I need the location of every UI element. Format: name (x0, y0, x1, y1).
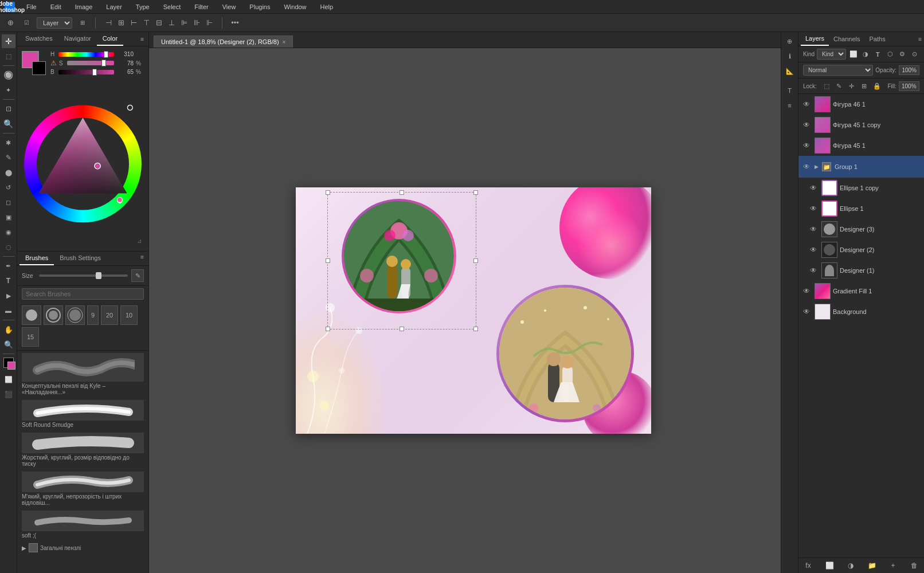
brush-group-row[interactable]: ▶ Загальні пензлі (22, 543, 144, 552)
background-color[interactable] (7, 362, 15, 370)
quick-mask-mode[interactable]: ⬜ (2, 372, 15, 386)
crop-tool[interactable]: ⊡ (2, 102, 15, 116)
handle-br[interactable] (473, 327, 478, 331)
create-layer-btn[interactable]: + (888, 560, 898, 571)
lock-artboard-btn[interactable]: ⊞ (859, 81, 870, 91)
dodge-tool[interactable]: ◌ (2, 240, 15, 254)
smart-filter-btn[interactable]: ⚙ (897, 49, 907, 60)
lock-position-btn[interactable]: ✛ (847, 81, 857, 91)
pixel-filter-btn[interactable]: ⬜ (848, 49, 858, 60)
panel-resize-handle[interactable]: ⊿ (137, 238, 142, 244)
handle-tc[interactable] (400, 190, 404, 195)
align-left-icon[interactable]: ⊣ (103, 17, 114, 29)
tab-close-button[interactable]: × (283, 39, 286, 45)
s-slider[interactable] (67, 61, 114, 65)
handle-ml[interactable] (326, 258, 330, 263)
brush-preset-size-15[interactable]: 15 (22, 327, 39, 347)
menu-edit[interactable]: Edit (48, 3, 64, 10)
marquee-tool[interactable]: ⬚ (2, 49, 15, 63)
type-tool[interactable]: T (2, 274, 15, 288)
add-adjustment-btn[interactable]: ◑ (845, 560, 856, 571)
opacity-input[interactable] (899, 65, 919, 75)
type-filter-btn[interactable]: T (873, 49, 883, 60)
note-tool[interactable]: T (783, 84, 797, 97)
add-style-btn[interactable]: fx (803, 560, 813, 571)
layer-designer-3[interactable]: 👁 Designer (3) (798, 219, 924, 240)
eyedropper-tool[interactable]: 🔍 (2, 117, 15, 131)
color-tab[interactable]: Color (97, 32, 123, 46)
menu-file[interactable]: File (24, 3, 39, 10)
group-arrow-1[interactable]: ▶ (815, 164, 819, 170)
brush-preset-size-20[interactable]: 20 (101, 305, 118, 325)
shape-tool[interactable]: ▬ (2, 304, 15, 317)
eraser-tool[interactable]: ◻ (2, 195, 15, 209)
brushes-panel-collapse[interactable]: ≡ (138, 252, 146, 265)
lock-image-btn[interactable]: ✎ (834, 81, 844, 91)
brush-preset-2[interactable] (44, 305, 63, 325)
align-bottom-icon[interactable]: ⊥ (166, 17, 177, 29)
gradient-tool[interactable]: ▣ (2, 210, 15, 224)
adjustment-filter-btn[interactable]: ◑ (860, 49, 870, 60)
add-mask-btn[interactable]: ⬜ (824, 560, 835, 571)
fill-input[interactable] (899, 81, 919, 91)
history-brush[interactable]: ↺ (2, 180, 15, 194)
visibility-designer-3[interactable]: 👁 (810, 225, 819, 233)
kind-selector[interactable]: Kind (817, 49, 846, 60)
align-top-icon[interactable]: ⊤ (140, 17, 152, 29)
visibility-designer-2[interactable]: 👁 (810, 246, 819, 254)
brush-item-soft-opacity[interactable]: М'який, круглий, непрозорість і штрих ві… (22, 472, 144, 506)
brush-preset-size-9[interactable]: 9 (87, 305, 99, 325)
distribute-center-h-icon[interactable]: ⊪ (191, 17, 202, 29)
shape-filter-btn[interactable]: ⬡ (885, 49, 895, 60)
brush-item-1[interactable]: Концептуальні пензлі від Kyle – «Наклада… (22, 353, 144, 395)
lock-transparency-btn[interactable]: ⬚ (821, 81, 832, 91)
handle-tl[interactable] (326, 190, 330, 195)
brush-item-hard-round[interactable]: Жорсткий, круглий, розмір відповідно до … (22, 433, 144, 467)
menu-plugins[interactable]: Plugins (247, 3, 272, 10)
brushes-tab[interactable]: Brushes (19, 252, 54, 265)
layer-figra-45-1[interactable]: 👁 Фігура 45 1 (798, 135, 924, 156)
menu-type[interactable]: Type (134, 3, 152, 10)
layer-ellipse-1[interactable]: 👁 Ellipse 1 (798, 198, 924, 219)
layer-selector[interactable]: Layer (37, 17, 72, 29)
visibility-designer-1[interactable]: 👁 (810, 266, 819, 274)
hand-tool[interactable]: ✋ (2, 323, 15, 336)
canvas-settings[interactable]: ≡ (783, 99, 797, 112)
brush-preset-3[interactable] (65, 305, 85, 325)
lock-all-btn[interactable]: 🔒 (872, 81, 882, 91)
navigator-tab[interactable]: Navigator (58, 32, 97, 46)
ruler-tool[interactable]: 📐 (783, 64, 797, 78)
blur-tool[interactable]: ◉ (2, 225, 15, 239)
align-right-icon[interactable]: ⊢ (128, 17, 139, 29)
brush-settings-tab[interactable]: Brush Settings (54, 252, 107, 265)
visibility-group-1[interactable]: 👁 (803, 163, 812, 171)
pen-tool[interactable]: ✒ (2, 259, 15, 273)
show-transform-icon[interactable]: ⊞ (77, 17, 88, 29)
brush-preset-size-10[interactable]: 10 (120, 305, 138, 325)
rotate-view-tool[interactable]: ⊕ (783, 34, 797, 48)
canvas-area[interactable]: ⊕ ℹ 📐 T ≡ Untitled-1 @ 18,8% (Designer (… (149, 32, 798, 573)
background-swatch[interactable] (32, 61, 46, 75)
layers-tab[interactable]: Layers (801, 32, 829, 46)
screen-mode[interactable]: ⬛ (2, 387, 15, 401)
layers-panel-expand[interactable]: ≡ (918, 36, 922, 42)
align-center-v-icon[interactable]: ⊟ (153, 17, 165, 29)
layer-gradient-fill[interactable]: 👁 Gradient Fill 1 (798, 281, 924, 301)
align-center-h-icon[interactable]: ⊞ (115, 17, 127, 29)
filter-toggle[interactable]: ⊙ (910, 49, 919, 60)
layer-figra-46-1[interactable]: 👁 Фігура 46 1 (798, 94, 924, 115)
paths-tab[interactable]: Paths (865, 33, 890, 45)
more-options-icon[interactable]: ••• (229, 17, 241, 29)
layer-background[interactable]: 👁 Background (798, 301, 924, 322)
canvas-tab-1[interactable]: Untitled-1 @ 18,8% (Designer (2), RGB/8)… (154, 36, 293, 48)
color-wheel[interactable]: ⊿ (22, 81, 144, 246)
visibility-gradient-fill[interactable]: 👁 (803, 287, 812, 295)
spot-healing-brush[interactable]: ✱ (2, 136, 15, 150)
distribute-right-icon[interactable]: ⊩ (203, 17, 215, 29)
size-slider[interactable] (39, 274, 128, 277)
canvas-workspace[interactable] (149, 48, 798, 573)
swatches-tab[interactable]: Swatches (19, 32, 58, 46)
menu-view[interactable]: View (220, 3, 238, 10)
h-slider[interactable] (58, 52, 114, 57)
path-selection[interactable]: ▶ (2, 289, 15, 303)
